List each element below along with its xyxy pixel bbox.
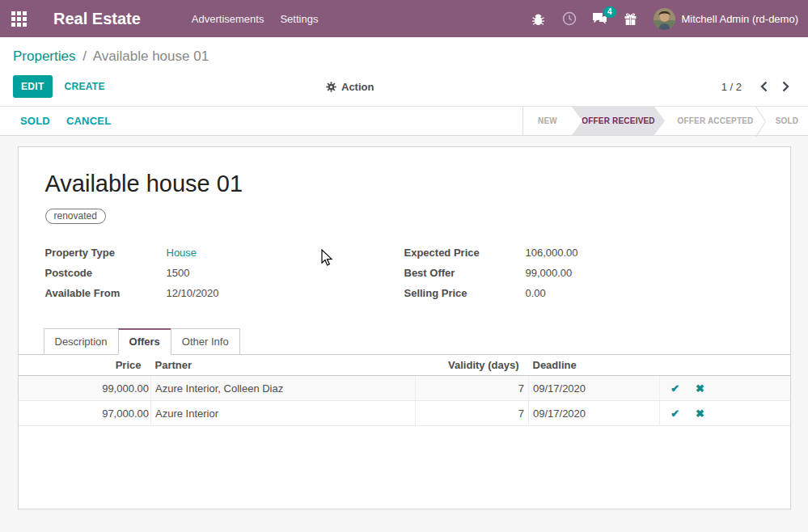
user-menu[interactable]: Mitchell Admin (rd-demo): [654, 8, 799, 30]
action-label: Action: [341, 81, 374, 93]
refuse-offer-icon[interactable]: ✖: [691, 401, 710, 426]
content-area: Available house 01 renovated Property Ty…: [0, 136, 808, 532]
field-label-property-type: Property Type: [45, 247, 167, 259]
offer-row-2[interactable]: 97,000.00 Azure Interior 7 09/17/2020 ✔ …: [19, 401, 790, 426]
edit-button[interactable]: EDIT: [13, 75, 53, 98]
offer-1-validity[interactable]: 7: [416, 376, 529, 401]
control-panel: Properties / Available house 01 EDIT CRE…: [0, 37, 808, 106]
accept-offer-icon[interactable]: ✔: [660, 376, 691, 401]
activities-clock-icon[interactable]: [561, 11, 577, 27]
breadcrumb-properties[interactable]: Properties: [13, 49, 75, 64]
offer-2-validity[interactable]: 7: [416, 401, 529, 426]
left-field-group: Property TypeHouse Postcode1500 Availabl…: [45, 247, 404, 307]
offer-2-price[interactable]: 97,000.00: [19, 401, 151, 426]
column-validity[interactable]: Validity (days): [416, 355, 529, 376]
column-partner[interactable]: Partner: [151, 355, 416, 376]
field-label-available-from: Available From: [45, 287, 167, 299]
field-value-available-from: 12/10/2020: [167, 287, 219, 299]
tag-renovated[interactable]: renovated: [45, 209, 106, 224]
column-deadline[interactable]: Deadline: [529, 355, 660, 376]
breadcrumb-current: Available house 01: [93, 49, 209, 64]
tab-other-info[interactable]: Other Info: [171, 328, 240, 355]
pager-value: 1 / 2: [721, 81, 742, 93]
top-navbar: Real Estate Advertisements Settings 4: [0, 0, 808, 37]
messages-count-badge: 4: [603, 6, 616, 18]
pager-previous-button[interactable]: [759, 81, 768, 92]
gear-icon: [326, 82, 336, 92]
field-label-postcode: Postcode: [45, 267, 167, 279]
field-label-best-offer: Best Offer: [404, 267, 526, 279]
field-value-property-type[interactable]: House: [167, 247, 197, 259]
user-avatar: [654, 8, 675, 30]
action-menu-button[interactable]: Action: [326, 81, 374, 93]
menu-settings[interactable]: Settings: [280, 10, 318, 28]
pager-next-button[interactable]: [781, 81, 790, 92]
record-title: Available house 01: [45, 147, 764, 197]
gift-icon[interactable]: [623, 11, 639, 27]
apps-menu-icon[interactable]: [0, 0, 37, 37]
offer-2-deadline[interactable]: 09/17/2020: [529, 401, 660, 426]
field-value-selling-price: 0.00: [526, 287, 546, 299]
create-button[interactable]: CREATE: [65, 81, 105, 92]
right-field-group: Expected Price106,000.00 Best Offer99,00…: [404, 247, 764, 307]
tab-offers[interactable]: Offers: [118, 328, 171, 355]
field-groups: Property TypeHouse Postcode1500 Availabl…: [45, 247, 764, 307]
offers-header-row: Price Partner Validity (days) Deadline: [19, 355, 790, 376]
user-name: Mitchell Admin (rd-demo): [682, 13, 799, 25]
status-step-offer-accepted[interactable]: OFFER ACCEPTED: [665, 107, 766, 135]
notebook-tabs: Description Offers Other Info: [19, 328, 790, 355]
field-value-expected-price: 106,000.00: [526, 247, 578, 259]
refuse-offer-icon[interactable]: ✖: [691, 376, 710, 401]
statusbar: SOLD CANCEL NEW OFFER RECEIVED OFFER ACC…: [0, 106, 808, 136]
form-sheet: Available house 01 renovated Property Ty…: [18, 146, 791, 509]
tab-description[interactable]: Description: [44, 328, 119, 355]
grid-icon: [11, 11, 27, 27]
column-price[interactable]: Price: [19, 355, 151, 376]
offer-1-partner[interactable]: Azure Interior, Colleen Diaz: [151, 376, 416, 401]
offers-table: Price Partner Validity (days) Deadline 9…: [19, 355, 790, 426]
breadcrumb-separator: /: [79, 49, 90, 64]
nav-menus: Advertisements Settings: [192, 10, 319, 28]
field-value-best-offer: 99,000.00: [526, 267, 573, 279]
accept-offer-icon[interactable]: ✔: [660, 401, 691, 426]
debug-bug-icon[interactable]: [531, 11, 547, 27]
statusbar-steps: NEW OFFER RECEIVED OFFER ACCEPTED SOLD: [522, 107, 808, 135]
sold-button[interactable]: SOLD: [20, 115, 50, 127]
statusbar-buttons: SOLD CANCEL: [0, 107, 522, 135]
systray: 4 Mitchell Admin (rd-demo): [531, 8, 808, 30]
field-label-expected-price: Expected Price: [404, 247, 526, 259]
status-step-new[interactable]: NEW: [523, 107, 572, 135]
field-value-postcode: 1500: [167, 267, 190, 279]
field-label-selling-price: Selling Price: [404, 287, 526, 299]
control-panel-buttons: EDIT CREATE Action 1 / 2: [13, 70, 795, 106]
offer-row-1[interactable]: 99,000.00 Azure Interior, Colleen Diaz 7…: [19, 376, 790, 401]
offer-2-partner[interactable]: Azure Interior: [151, 401, 416, 426]
offer-1-deadline[interactable]: 09/17/2020: [529, 376, 660, 401]
cancel-button[interactable]: CANCEL: [66, 115, 111, 127]
menu-advertisements[interactable]: Advertisements: [192, 10, 264, 28]
messages-icon[interactable]: 4: [592, 11, 608, 27]
offer-1-price[interactable]: 99,000.00: [19, 376, 151, 401]
pager: 1 / 2: [721, 81, 790, 93]
breadcrumb: Properties / Available house 01: [13, 37, 795, 70]
app-title[interactable]: Real Estate: [53, 10, 141, 28]
status-step-sold[interactable]: SOLD: [766, 107, 808, 135]
status-step-offer-received[interactable]: OFFER RECEIVED: [572, 107, 665, 135]
